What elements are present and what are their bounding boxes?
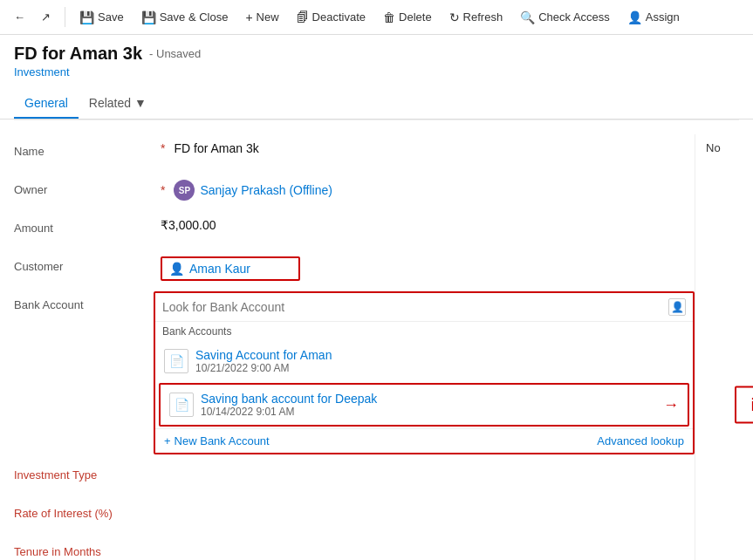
customer-icon: 👤 (169, 262, 184, 276)
arrow-right-icon: → (663, 396, 679, 414)
field-amount-row: Amount ₹3,000.00 (14, 211, 695, 249)
deactivate-icon: 🗐 (297, 10, 309, 24)
save-icon: 💾 (79, 10, 94, 24)
bank-item-info-deepak: Saving bank account for Deepak 10/14/202… (201, 392, 649, 418)
save-button[interactable]: 💾 Save (72, 7, 131, 28)
amount-text: ₹3,000.00 (161, 218, 216, 232)
field-tenure-label: Tenure in Months (14, 538, 154, 558)
field-name-label: Name (14, 138, 154, 158)
bank-account-search-bar: 👤 (155, 293, 693, 322)
field-amount-label: Amount (14, 215, 154, 235)
advanced-lookup-link[interactable]: Advanced lookup (597, 434, 684, 447)
new-icon: + (245, 10, 252, 24)
field-owner-row: Owner * SP Sanjay Prakash (Offline) (14, 173, 695, 211)
check-access-icon: 🔍 (520, 10, 535, 24)
delete-button[interactable]: 🗑 Delete (376, 7, 439, 28)
field-investment-type-label: Investment Type (14, 461, 154, 481)
field-customer-row: Customer 👤 Aman Kaur (14, 249, 695, 288)
owner-name[interactable]: Sanjay Prakash (Offline) (200, 183, 332, 197)
bank-item-info: Saving Account for Aman 10/21/2022 9:00 … (195, 348, 684, 374)
assign-icon: 👤 (627, 10, 642, 24)
field-bank-account-value: 👤 Bank Accounts 📄 Saving Account for Ama… (154, 291, 695, 454)
bank-item-name: Saving Account for Aman (195, 348, 684, 362)
field-bank-account-row: Bank Account 👤 Bank Accounts 📄 Savi (14, 288, 695, 458)
assign-button[interactable]: 👤 Assign (620, 7, 687, 28)
back-icon: ← (14, 10, 25, 24)
new-bank-account-link[interactable]: + New Bank Account (164, 434, 270, 447)
chevron-down-icon: ▼ (134, 96, 147, 110)
deactivate-button[interactable]: 🗐 Deactivate (290, 7, 373, 28)
bank-item-date: 10/21/2022 9:00 AM (195, 362, 684, 374)
bank-item-deepak-container: 📄 Saving bank account for Deepak 10/14/2… (155, 383, 693, 427)
field-rate-value (154, 500, 695, 507)
field-tenure-row: Tenure in Months (14, 535, 695, 560)
field-rate-row: Rate of Interest (%) (14, 496, 695, 535)
bank-section-label: Bank Accounts (155, 322, 693, 341)
field-tenure-value (154, 538, 695, 545)
page-header: FD for Aman 3k - Unsaved Investment (0, 35, 753, 82)
bank-item-icon-deepak: 📄 (169, 393, 194, 417)
page-subtitle: Investment (14, 65, 739, 79)
refresh-icon: ↻ (449, 10, 460, 24)
bank-footer: + New Bank Account Advanced lookup (155, 428, 693, 453)
bank-item-icon: 📄 (164, 349, 188, 373)
refresh-button[interactable]: ↻ Refresh (442, 7, 510, 28)
bank-item-date-deepak: 10/14/2022 9:01 AM (201, 406, 649, 418)
customer-name: Aman Kaur (189, 262, 250, 276)
save-close-icon: 💾 (141, 10, 156, 24)
field-name-value: * FD for Aman 3k (154, 138, 695, 159)
tabs: General Related ▼ (0, 89, 753, 120)
field-amount-value: ₹3,000.00 (154, 215, 695, 236)
bank-item-name-deepak: Saving bank account for Deepak (201, 392, 649, 406)
incorrect-badge: incorrect (735, 386, 753, 424)
field-owner-value: * SP Sanjay Prakash (Offline) (154, 176, 695, 204)
bank-item-aman[interactable]: 📄 Saving Account for Aman 10/21/2022 9:0… (155, 341, 693, 381)
external-link-icon: ↗ (41, 10, 51, 24)
field-customer-label: Customer (14, 253, 154, 273)
bank-account-search-input[interactable] (162, 300, 668, 314)
new-button[interactable]: + New (238, 7, 285, 28)
toolbar: ← ↗ 💾 Save 💾 Save & Close + New 🗐 Deacti… (0, 0, 753, 35)
bank-account-dropdown: 👤 Bank Accounts 📄 Saving Account for Ama… (154, 291, 695, 454)
tab-general[interactable]: General (14, 89, 79, 119)
required-star: * (161, 141, 165, 155)
required-star-owner: * (161, 183, 165, 197)
bank-item-deepak[interactable]: 📄 Saving bank account for Deepak 10/14/2… (159, 383, 689, 427)
toolbar-nav: ← ↗ (7, 7, 65, 27)
field-rate-label: Rate of Interest (%) (14, 500, 154, 520)
external-link-button[interactable]: ↗ (34, 7, 58, 27)
customer-field[interactable]: 👤 Aman Kaur (161, 256, 300, 281)
side-no-label: No (706, 134, 739, 154)
delete-icon: 🗑 (383, 10, 395, 24)
lookup-search-icon: 👤 (671, 301, 684, 313)
name-text: FD for Aman 3k (174, 141, 258, 155)
field-name-row: Name * FD for Aman 3k (14, 134, 695, 173)
field-investment-type-row: Investment Type (14, 458, 695, 496)
back-button[interactable]: ← (7, 7, 32, 27)
field-owner-label: Owner (14, 176, 154, 196)
check-access-button[interactable]: 🔍 Check Access (513, 7, 617, 28)
form-left: Name * FD for Aman 3k Owner * SP Sanjay … (14, 134, 695, 560)
form-section: Name * FD for Aman 3k Owner * SP Sanjay … (0, 120, 753, 560)
page-title: FD for Aman 3k (14, 44, 142, 64)
lookup-icon[interactable]: 👤 (668, 298, 686, 316)
save-close-button[interactable]: 💾 Save & Close (134, 7, 236, 28)
tab-related[interactable]: Related ▼ (79, 89, 157, 119)
plus-icon: + (164, 434, 171, 447)
avatar: SP (174, 180, 195, 201)
form-right: No (695, 134, 739, 560)
field-bank-account-label: Bank Account (14, 291, 154, 311)
field-customer-value: 👤 Aman Kaur (154, 253, 695, 284)
unsaved-badge: - Unsaved (149, 47, 201, 60)
field-investment-type-value (154, 461, 695, 468)
